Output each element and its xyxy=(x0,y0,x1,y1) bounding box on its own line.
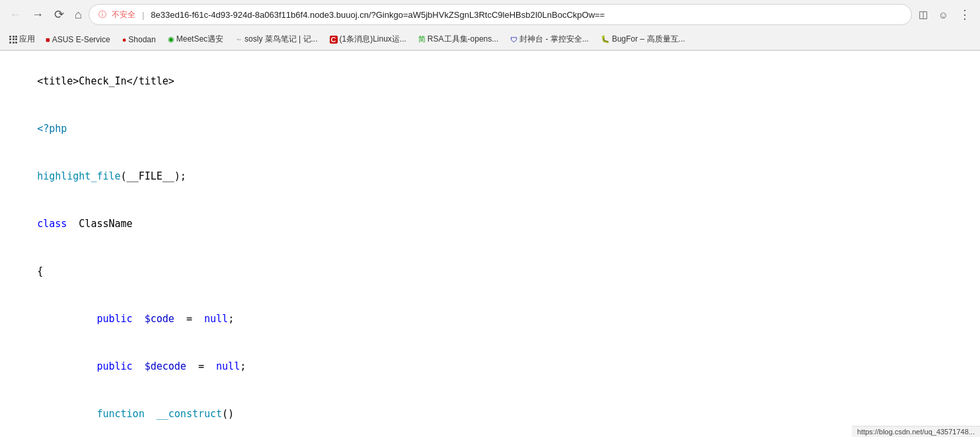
security-label: 不安全 xyxy=(112,9,135,20)
kw-function1: function xyxy=(96,408,144,420)
extensions-button[interactable]: ◫ xyxy=(915,6,932,23)
kw-null1: null xyxy=(204,313,228,325)
bookmark-fenshen[interactable]: 🛡 封神台 - 掌控安全... xyxy=(505,32,594,47)
func-highlight: highlight_file xyxy=(37,170,120,182)
address-bar[interactable]: ⓘ 不安全 | 8e33ed16-f61c-4d93-924d-8a063f11… xyxy=(89,4,912,25)
rsa-icon: 简 xyxy=(418,34,426,44)
bugfor-icon: 🐛 xyxy=(601,35,610,44)
sosly-icon: ～ xyxy=(235,34,243,44)
security-icon: ⓘ xyxy=(98,9,106,20)
nav-bar: ← → ⟳ ⌂ ⓘ 不安全 | 8e33ed16-f61c-4d93-924d-… xyxy=(0,0,980,29)
bookmarks-bar: 应用 ■ ASUS E-Service ● Shodan ◉ MeetSec遇安… xyxy=(0,29,980,50)
bookmark-label: sosly 菜鸟笔记 | 记... xyxy=(245,34,317,45)
var-decode: $decode xyxy=(145,360,186,372)
bookmark-label: 封神台 - 掌控安全... xyxy=(519,34,589,45)
code-line-func1: function __construct() xyxy=(13,390,967,437)
asus-icon: ■ xyxy=(46,36,50,44)
tag-close: </title> xyxy=(127,75,174,87)
code-line-title: <title>Check_In</title> xyxy=(13,57,967,105)
code-line-public2: public $decode = null; xyxy=(13,343,967,390)
kw-public2: public xyxy=(96,360,132,372)
bookmark-shodan[interactable]: ● Shodan xyxy=(117,33,161,46)
tag-open: <title> xyxy=(37,75,79,87)
bookmark-sosly[interactable]: ～ sosly 菜鸟笔记 | 记... xyxy=(230,32,322,47)
account-button[interactable]: ☺ xyxy=(934,7,952,23)
bookmark-label: MeetSec遇安 xyxy=(176,34,223,45)
var-code: $code xyxy=(145,313,174,325)
status-url: https://blog.csdn.net/uq_43571748... xyxy=(857,428,975,436)
code-line-brace1: { xyxy=(13,248,967,295)
page-content: <title>Check_In</title> <?php highlight_… xyxy=(0,51,980,437)
code-line-php: <?php xyxy=(13,105,967,152)
bookmark-label: RSA工具集-opens... xyxy=(428,34,498,45)
home-button[interactable]: ⌂ xyxy=(71,5,86,24)
kw-null2: null xyxy=(216,360,240,372)
func-construct: __construct xyxy=(157,408,222,420)
apps-label: 应用 xyxy=(19,34,35,45)
title-text: Check_In xyxy=(79,75,126,87)
linux-icon: C xyxy=(330,36,338,44)
status-bar: https://blog.csdn.net/uq_43571748... xyxy=(852,426,980,437)
browser-chrome: ← → ⟳ ⌂ ⓘ 不安全 | 8e33ed16-f61c-4d93-924d-… xyxy=(0,0,980,51)
back-button[interactable]: ← xyxy=(5,5,25,24)
fenshen-icon: 🛡 xyxy=(510,36,517,44)
bookmark-rsa[interactable]: 简 RSA工具集-opens... xyxy=(413,32,504,47)
code-line-public1: public $code = null; xyxy=(13,295,967,343)
forward-button[interactable]: → xyxy=(28,5,48,24)
kw-public1: public xyxy=(96,313,132,325)
bookmark-asus[interactable]: ■ ASUS E-Service xyxy=(40,33,116,46)
bookmark-label: ASUS E-Service xyxy=(52,35,110,44)
reload-button[interactable]: ⟳ xyxy=(50,5,68,24)
apps-grid-icon xyxy=(9,36,17,44)
classname: ClassName xyxy=(79,218,132,230)
bookmark-meetsec[interactable]: ◉ MeetSec遇安 xyxy=(163,32,229,47)
bookmark-label: Shodan xyxy=(128,35,155,44)
bookmark-apps[interactable]: 应用 xyxy=(5,32,39,47)
url-text: 8e33ed16-f61c-4d93-924d-8a063f11b6f4.nod… xyxy=(151,10,605,20)
bookmark-label: BugFor – 高质量互... xyxy=(612,34,685,45)
shodan-icon: ● xyxy=(122,36,127,44)
menu-button[interactable]: ⋮ xyxy=(955,5,975,24)
code-line-class: class ClassName xyxy=(13,200,967,248)
bookmark-linux[interactable]: C (1条消息)Linux运... xyxy=(324,32,412,47)
php-open-tag: <?php xyxy=(37,123,67,135)
meetsec-icon: ◉ xyxy=(168,35,174,44)
bookmark-bugfor[interactable]: 🐛 BugFor – 高质量互... xyxy=(595,32,691,47)
url-separator: | xyxy=(142,10,144,20)
code-line-highlight: highlight_file(__FILE__); xyxy=(13,152,967,200)
kw-class: class xyxy=(37,218,67,230)
bookmark-label: (1条消息)Linux运... xyxy=(340,34,406,45)
